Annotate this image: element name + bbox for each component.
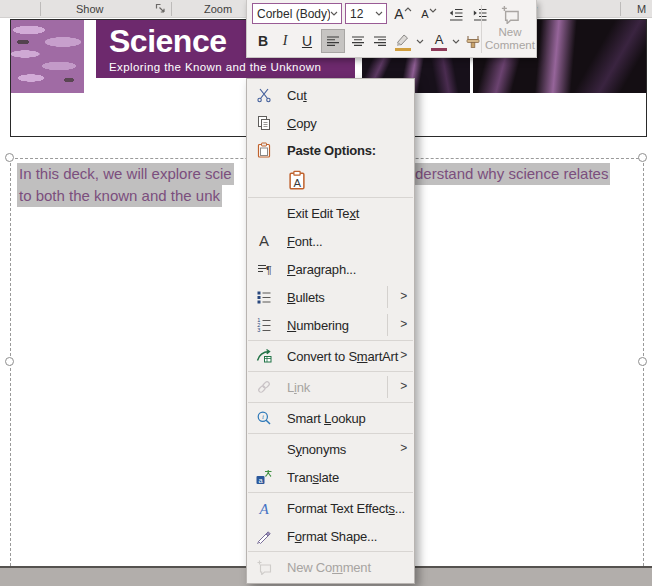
- ribbon-group-macros-label-partial: M: [637, 3, 646, 15]
- submenu-arrow-icon: >: [400, 348, 407, 362]
- paragraph-icon: [247, 261, 281, 277]
- lookup-icon: [247, 410, 281, 426]
- menu-item-label: New Comment: [287, 560, 414, 575]
- submenu-split-divider: [387, 376, 388, 398]
- menu-separator: [248, 433, 413, 434]
- menu-item-label: Synonyms: [287, 442, 414, 457]
- textbox-handle-mid-right[interactable]: [638, 357, 647, 366]
- menu-item-numbering[interactable]: Numbering>: [247, 311, 414, 339]
- text-highlight-dropdown[interactable]: [414, 29, 426, 53]
- link-icon: [247, 379, 281, 395]
- scissors-icon: [247, 87, 281, 103]
- body-text-line1-left[interactable]: In this deck, we will explore scie: [17, 163, 234, 185]
- caret-down-icon: [429, 8, 437, 13]
- body-text-line1-right[interactable]: derstand why science relates: [415, 163, 610, 185]
- align-left-button[interactable]: [321, 29, 345, 53]
- menu-item-smart-lookup[interactable]: Smart Lookup: [247, 404, 414, 432]
- font-name-combobox[interactable]: Corbel (Body): [252, 3, 342, 24]
- menu-item-bullets[interactable]: Bullets>: [247, 283, 414, 311]
- font-color-icon: A: [431, 32, 447, 51]
- decrease-indent-button[interactable]: [444, 2, 468, 26]
- menu-item-convert-to-smartart[interactable]: Convert to SmartArt>: [247, 342, 414, 370]
- menu-separator: [248, 340, 413, 341]
- grow-font-button[interactable]: A: [391, 2, 415, 26]
- ribbon-group-divider: [171, 2, 172, 16]
- menu-item-format-text-effects[interactable]: Format Text Effects...: [247, 494, 414, 522]
- grow-font-icon: A: [394, 6, 403, 22]
- bold-icon: B: [258, 33, 268, 49]
- new-comment-label-line1: New: [483, 26, 537, 39]
- menu-item-label: Link: [287, 380, 414, 395]
- text-highlight-button[interactable]: [392, 29, 414, 53]
- font-color-button[interactable]: A: [428, 29, 450, 53]
- mini-toolbar: Corbel (Body) 12 A A B I U: [246, 0, 537, 58]
- bullets-icon: [247, 289, 281, 305]
- ribbon-group-zoom-label: Zoom: [204, 3, 232, 15]
- ribbon-group-divider: [620, 2, 621, 16]
- textbox-handle-top-left[interactable]: [5, 153, 14, 162]
- submenu-split-divider: [387, 286, 388, 308]
- menu-item-copy[interactable]: Copy: [247, 109, 414, 137]
- copy-icon: [247, 115, 281, 131]
- new-comment-button-toolbar: New Comment: [483, 1, 537, 56]
- new-comment-label-line2: Comment: [483, 39, 537, 52]
- align-right-button[interactable]: [368, 29, 392, 53]
- font-size-value: 12: [346, 7, 375, 21]
- new-comment-icon: [500, 4, 520, 24]
- slide-subtitle: Exploring the Known and the Unknown: [96, 60, 355, 75]
- italic-button[interactable]: I: [273, 29, 297, 53]
- menu-item-format-shape[interactable]: Format Shape...: [247, 522, 414, 550]
- submenu-arrow-icon: >: [400, 379, 407, 393]
- font-name-value: Corbel (Body): [253, 7, 330, 21]
- font-color-dropdown[interactable]: [450, 29, 462, 53]
- translate-icon: [247, 469, 281, 485]
- keep-text-only-icon: [287, 170, 307, 190]
- submenu-arrow-icon: >: [400, 317, 407, 331]
- texteffects-icon: [247, 500, 281, 516]
- italic-icon: I: [283, 33, 288, 49]
- caret-up-icon: [404, 7, 412, 12]
- dialog-launcher-icon[interactable]: [155, 3, 166, 14]
- menu-item-label: Format Text Effects...: [287, 501, 414, 516]
- numbering-icon: [247, 317, 281, 333]
- align-center-button[interactable]: [346, 29, 370, 53]
- highlighter-icon: [395, 32, 411, 51]
- menu-item-label: Paragraph...: [287, 262, 414, 277]
- submenu-arrow-icon: >: [400, 289, 407, 303]
- bold-button[interactable]: B: [251, 29, 275, 53]
- paste-option-keep-text-only[interactable]: [283, 166, 311, 194]
- menu-item-translate[interactable]: Translate: [247, 463, 414, 491]
- shrink-font-button[interactable]: A: [417, 2, 441, 26]
- menu-separator: [248, 197, 413, 198]
- chevron-down-icon: [452, 39, 460, 44]
- menu-item-paragraph[interactable]: Paragraph...: [247, 255, 414, 283]
- menu-separator: [248, 371, 413, 372]
- menu-item-link: Link>: [247, 373, 414, 401]
- menu-separator: [248, 492, 413, 493]
- font-size-combobox[interactable]: 12: [345, 3, 387, 24]
- menu-item-label: Format Shape...: [287, 529, 414, 544]
- menu-item-exit-edit-text[interactable]: Exit Edit Text: [247, 199, 414, 227]
- formatshape-icon: [247, 528, 281, 544]
- underline-button[interactable]: U: [295, 29, 319, 53]
- body-text-line2-left[interactable]: to both the known and the unk: [17, 185, 222, 207]
- chevron-down-icon: [375, 11, 383, 16]
- menu-item-label: Copy: [287, 116, 414, 131]
- menu-item-synonyms[interactable]: Synonyms>: [247, 435, 414, 463]
- submenu-arrow-icon: >: [400, 441, 407, 455]
- align-center-icon: [350, 33, 366, 49]
- ribbon-group-divider: [40, 2, 41, 16]
- comment-plus-icon: [247, 559, 281, 575]
- context-menu: CutCopyPaste Options:Exit Edit TextFont.…: [246, 78, 415, 584]
- chevron-down-icon: [416, 39, 424, 44]
- slide-image-fish-pattern[interactable]: [11, 20, 84, 93]
- menu-item-new-comment: New Comment: [247, 553, 414, 581]
- menu-separator: [248, 402, 413, 403]
- format-painter-button[interactable]: [463, 29, 483, 53]
- decrease-indent-icon: [448, 6, 464, 22]
- menu-item-label: Exit Edit Text: [287, 206, 414, 221]
- menu-item-cut[interactable]: Cut: [247, 81, 414, 109]
- textbox-handle-mid-left[interactable]: [5, 357, 14, 366]
- textbox-handle-top-right[interactable]: [638, 153, 647, 162]
- menu-item-font[interactable]: Font...: [247, 227, 414, 255]
